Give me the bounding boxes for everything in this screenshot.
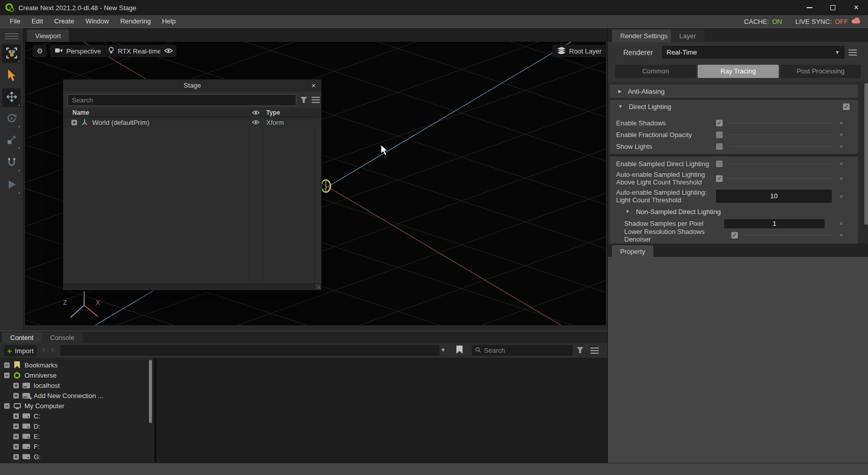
enable-fractional-opacity-checkbox[interactable] [716,131,723,138]
tree-item-add-connection[interactable]: + Add New Connection ... [0,390,154,401]
move-tool-button[interactable] [2,88,21,107]
expand-icon[interactable]: + [13,383,19,388]
expand-icon[interactable]: + [13,444,19,450]
section-direct-lighting-header[interactable]: ▼ Direct Lighting ✓ [610,100,858,113]
tab-property[interactable]: Property [612,245,653,258]
filter-icon[interactable] [300,97,307,104]
enable-sampled-checkbox[interactable] [716,161,723,167]
stage-panel-titlebar[interactable]: Stage × [63,80,321,92]
toolbar-grip-icon[interactable] [5,33,18,39]
expand-icon[interactable]: + [13,434,19,439]
stage-row-world[interactable]: + World (defaultPrim) Xform [63,117,321,127]
stage-close-button[interactable]: × [309,80,318,92]
stage-resize-strip[interactable] [63,283,321,290]
reset-default-dot[interactable] [840,177,843,180]
visibility-button[interactable] [160,45,176,57]
reset-default-dot[interactable] [840,222,843,225]
tree-item-drive-d[interactable]: + D: [0,421,154,431]
tree-item-localhost[interactable]: + localhost [0,380,154,390]
mode-tab-ray-tracing[interactable]: Ray Tracing [698,65,779,78]
auto-enable-above-checkbox[interactable]: ✓ [716,175,723,182]
type-column-header[interactable]: Type [266,109,280,116]
tab-viewport[interactable]: Viewport [27,30,69,42]
expand-icon[interactable]: + [13,454,19,460]
minimize-button[interactable] [798,0,821,15]
path-dropdown-icon[interactable]: ▼ [441,347,446,353]
selection-mode-button[interactable] [2,44,21,63]
reset-default-dot[interactable] [840,134,843,136]
menu-rendering[interactable]: Rendering [115,15,157,28]
forward-icon[interactable]: › [51,345,54,355]
tree-scrollbar[interactable] [149,360,152,423]
play-button[interactable] [2,176,21,195]
path-bar-input[interactable] [60,345,440,356]
expand-icon[interactable]: + [71,120,77,125]
select-tool-button[interactable] [2,67,21,86]
expand-icon[interactable]: + [13,393,19,399]
name-column-header[interactable]: Name [72,109,89,116]
maximize-button[interactable] [821,0,845,15]
tree-item-drive-g[interactable]: + G: [0,452,154,462]
root-layer-button[interactable]: Root Layer [552,45,607,57]
rotate-tool-button[interactable] [2,110,21,128]
back-icon[interactable]: ‹ [42,345,45,355]
expand-icon[interactable]: + [13,424,19,429]
enable-shadows-checkbox[interactable]: ✓ [716,120,723,126]
reset-default-dot[interactable] [840,195,843,198]
content-search-input[interactable] [484,346,560,355]
subsection-non-sampled[interactable]: ▼ Non-Sampled Direct Lighting [610,205,858,218]
stage-search-input[interactable] [67,94,296,106]
filter-icon[interactable] [577,347,583,355]
import-button[interactable]: + Import [4,345,37,356]
expand-icon[interactable]: + [13,413,19,419]
renderer-selector-button[interactable]: RTX Real-time [103,45,166,57]
reset-default-dot[interactable] [840,163,843,165]
bookmark-icon[interactable] [456,346,463,354]
tab-content[interactable]: Content [2,332,42,344]
prim-name[interactable]: World (defaultPrim) [92,119,149,126]
scale-tool-button[interactable] [2,131,21,150]
section-anti-aliasing[interactable]: ▶ Anti-Aliasing [610,85,858,98]
shadow-samples-field[interactable]: 1 [724,219,825,228]
reset-default-dot[interactable] [840,122,843,124]
tree-item-my-computer[interactable]: − My Computer [0,401,154,411]
content-search-box[interactable] [472,345,573,356]
content-options-icon[interactable] [591,348,599,354]
cloud-icon[interactable] [851,17,861,25]
collapse-icon[interactable]: − [4,403,10,409]
direct-lighting-checkbox[interactable]: ✓ [843,103,850,110]
close-button[interactable]: × [845,0,868,15]
row-visibility-eye-icon[interactable] [252,119,260,126]
reset-default-dot[interactable] [840,234,843,236]
snap-tool-button[interactable] [2,153,21,172]
tree-item-bookmarks[interactable]: − Bookmarks [0,360,154,370]
collapse-icon[interactable]: − [4,373,10,378]
tab-console[interactable]: Console [42,332,83,344]
tree-item-drive-e[interactable]: + E: [0,431,154,441]
menu-create[interactable]: Create [48,15,80,28]
camera-selector-button[interactable]: Perspective [50,45,106,57]
tree-item-omniverse[interactable]: − Omniverse [0,370,154,380]
menu-edit[interactable]: Edit [26,15,48,28]
viewport-settings-button[interactable]: ⚙ [33,45,47,57]
show-lights-checkbox[interactable] [716,143,723,150]
menu-window[interactable]: Window [80,15,114,28]
menu-help[interactable]: Help [157,15,182,28]
resize-grip-icon[interactable] [316,284,320,289]
tree-item-drive-f[interactable]: + F: [0,441,154,452]
tab-layer[interactable]: Layer [671,30,704,42]
tab-render-settings[interactable]: Render Settings [612,30,676,42]
lower-res-denoiser-checkbox[interactable]: ✓ [731,232,738,239]
visibility-column-eye-icon[interactable] [252,110,260,117]
renderer-options-icon[interactable] [849,49,857,56]
reset-default-dot[interactable] [840,145,843,148]
settings-scrollbar[interactable] [864,83,868,225]
collapse-icon[interactable]: − [4,362,10,368]
light-count-threshold-field[interactable]: 10 [716,190,832,203]
renderer-dropdown[interactable]: Real-Time ▼ [662,46,845,59]
menu-file[interactable]: File [4,15,26,28]
mode-tab-post-processing[interactable]: Post Processing [780,65,861,78]
tree-item-drive-c[interactable]: + C: [0,411,154,421]
stage-options-icon[interactable] [312,97,320,103]
file-browser-area[interactable] [157,358,607,475]
